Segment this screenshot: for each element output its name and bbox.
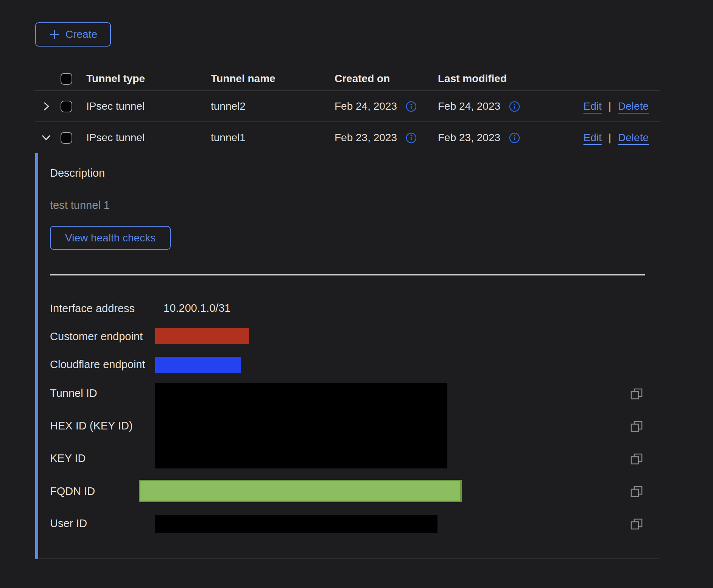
header-created-on: Created on [335, 73, 438, 85]
section-divider [50, 274, 645, 275]
cell-created-on: Feb 23, 2023 [335, 132, 397, 144]
ipsec-tunnels-page: Create Tunnel type Tunnel name Created o… [0, 0, 713, 588]
copy-user-id-button[interactable] [629, 517, 644, 531]
copy-fqdn-id-button[interactable] [629, 484, 644, 499]
user-id-redacted-value [155, 515, 437, 533]
edit-link-tunnel1[interactable]: Edit [584, 132, 602, 144]
copy-hex-id-button[interactable] [629, 419, 644, 434]
info-icon[interactable] [509, 101, 520, 112]
interface-address-value: 10.200.1.0/31 [163, 302, 230, 314]
description-value: test tunnel 1 [50, 199, 110, 212]
cell-created-on: Feb 24, 2023 [335, 100, 397, 112]
delete-link-tunnel2[interactable]: Delete [618, 100, 649, 112]
description-label: Description [50, 166, 105, 179]
header-tunnel-name: Tunnel name [211, 73, 335, 85]
cell-last-modified: Feb 24, 2023 [438, 100, 500, 112]
select-all-checkbox[interactable] [61, 73, 72, 85]
cell-last-modified: Feb 23, 2023 [438, 132, 500, 144]
info-icon[interactable] [509, 132, 520, 144]
user-id-label: User ID [50, 517, 87, 530]
row-checkbox-tunnel1[interactable] [61, 132, 72, 144]
copy-icon [630, 420, 643, 433]
chevron-down-icon [40, 132, 52, 144]
table-header-row: Tunnel type Tunnel name Created on Last … [35, 67, 660, 91]
copy-tunnel-id-button[interactable] [629, 387, 644, 401]
actions-separator: | [609, 100, 611, 112]
info-icon[interactable] [405, 132, 417, 144]
cell-tunnel-type: IPsec tunnel [86, 132, 211, 144]
cell-tunnel-name: tunnel1 [211, 132, 335, 144]
key-id-label: KEY ID [50, 452, 86, 465]
header-last-modified: Last modified [438, 73, 574, 85]
header-tunnel-type: Tunnel type [86, 73, 211, 85]
tunnels-table: Tunnel type Tunnel name Created on Last … [35, 67, 660, 153]
create-button-label: Create [65, 28, 97, 40]
expanded-panel-accent-bar [35, 153, 38, 559]
delete-link-tunnel1[interactable]: Delete [618, 132, 649, 144]
plus-icon [49, 29, 60, 40]
cloudflare-endpoint-label: Cloudflare endpoint [50, 358, 145, 371]
fqdn-id-redacted-value [139, 480, 462, 502]
fqdn-id-label: FQDN ID [50, 485, 95, 498]
view-health-checks-button[interactable]: View health checks [50, 226, 171, 250]
ids-redacted-value [155, 383, 447, 468]
table-row-tunnel2: IPsec tunnel tunnel2 Feb 24, 2023 Feb 24… [35, 91, 660, 122]
hex-id-label: HEX ID (KEY ID) [50, 419, 133, 432]
edit-link-tunnel2[interactable]: Edit [584, 100, 602, 112]
customer-endpoint-redacted-value [155, 328, 249, 344]
chevron-right-icon [40, 100, 52, 112]
actions-separator: | [609, 132, 611, 144]
view-health-checks-label: View health checks [65, 232, 156, 244]
cloudflare-endpoint-redacted-value [155, 357, 241, 373]
copy-icon [630, 517, 643, 531]
create-button[interactable]: Create [35, 22, 111, 47]
cell-tunnel-type: IPsec tunnel [86, 100, 211, 112]
collapse-row-button[interactable] [40, 132, 52, 144]
copy-icon [630, 452, 643, 466]
row-checkbox-tunnel2[interactable] [61, 101, 72, 112]
panel-bottom-divider [38, 558, 660, 559]
tunnel-id-label: Tunnel ID [50, 387, 97, 400]
info-icon[interactable] [405, 101, 417, 112]
copy-key-id-button[interactable] [629, 452, 644, 466]
copy-icon [630, 387, 643, 401]
expand-row-button[interactable] [40, 100, 52, 112]
copy-icon [630, 485, 643, 498]
cell-tunnel-name: tunnel2 [211, 100, 335, 112]
interface-address-label: Interface address [50, 302, 135, 315]
customer-endpoint-label: Customer endpoint [50, 330, 143, 343]
table-row-tunnel1: IPsec tunnel tunnel1 Feb 23, 2023 Feb 23… [35, 122, 660, 153]
